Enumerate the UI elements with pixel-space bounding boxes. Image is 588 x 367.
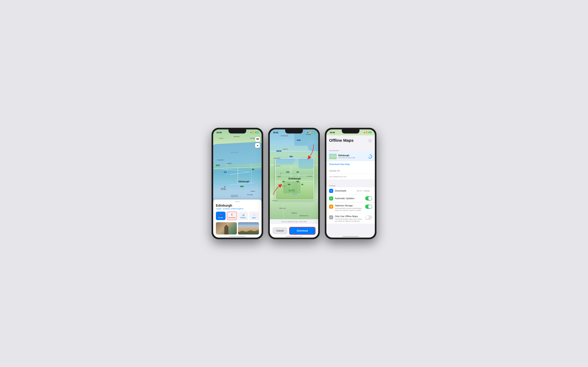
thumb-road-v <box>333 154 333 159</box>
kinross-label: Kinross <box>219 138 223 139</box>
optimise-label: Optimise Storage <box>335 204 365 207</box>
offline-content[interactable]: Downloaded Edinburgh 49.5 MB of 182.9 MB <box>326 149 375 238</box>
auto-updates-toggle[interactable] <box>365 196 372 200</box>
edinburgh-main-label: Edinburgh <box>238 180 249 183</box>
offline-only-toggle[interactable] <box>365 215 372 219</box>
photo-2[interactable] <box>238 222 259 234</box>
road-m90 <box>221 169 248 172</box>
drag-handle <box>235 201 240 202</box>
road-v2 <box>227 162 227 176</box>
map-item-size: 49.5 MB of 182.9 MB <box>338 157 368 159</box>
flyover-icon: 📊 <box>242 213 245 216</box>
location-button-1[interactable]: ➤ <box>255 143 260 148</box>
download-bar: Cancel Download <box>270 224 318 238</box>
wifi-icon-3: 📶 <box>366 132 368 133</box>
road-v1 <box>238 167 238 184</box>
dunfermline-label: Dunfermline <box>217 159 224 161</box>
downloads-label-container: Downloads <box>335 190 357 192</box>
settings-section-header: Settings <box>326 184 375 187</box>
download-button-2[interactable]: Download <box>289 227 316 235</box>
airport-label-inner: EdinburghAirport <box>277 176 281 177</box>
muss-label: Musselburgh <box>307 176 312 177</box>
status-icons-2: ▲ 📶 100 <box>307 132 315 133</box>
notch-1 <box>229 129 246 133</box>
selection-rectangle[interactable]: Pentland HillsRegional Park ✈ EdinburghA… <box>275 158 314 200</box>
offline-only-sub: Use downloaded maps even when you have a… <box>335 218 365 222</box>
kirkcaldy-label: Kirkcaldy <box>250 138 255 139</box>
home-indicator-2[interactable] <box>286 236 302 237</box>
map-background-2[interactable]: A921 A823(M) M90 A8002 A100 A702 A7 Cowd… <box>270 129 318 224</box>
home-indicator-1[interactable] <box>229 236 246 237</box>
aberdour-label: Aberdour <box>227 163 232 164</box>
user-location-dot <box>294 194 296 196</box>
phone-3-screen: 15:02 ▲ 📶 100 Offline Maps × Downloaded <box>326 129 375 238</box>
close-button[interactable]: × <box>368 139 372 143</box>
downloaded-section-header: Downloaded <box>326 149 375 152</box>
place-panel: Edinburgh Capital · Scotland, United Kin… <box>213 200 262 238</box>
notch-3 <box>342 129 359 133</box>
download-new-map-row[interactable]: Download New Map <box>326 161 375 167</box>
cancel-button[interactable]: Cancel <box>272 227 287 234</box>
map-type-button[interactable]: 🗺 <box>255 137 260 142</box>
pentland-green <box>283 181 300 193</box>
bonnyrigg-label: Bonnyrigg <box>247 194 253 195</box>
update-all-row[interactable]: Update All <box>326 167 375 174</box>
download-button-1[interactable]: ⬇ Download <box>227 212 237 220</box>
pentland-label-inner: Pentland HillsRegional Park <box>286 189 297 191</box>
dalkeith-label: Dalkeith <box>251 191 255 192</box>
status-icons-3: ▲ 📶 100 <box>363 132 372 133</box>
directions-button[interactable]: 🚗 37 min <box>216 212 225 220</box>
more-label: More <box>252 217 256 218</box>
optimise-sub: Automatically remove downloaded maps you… <box>335 207 365 211</box>
refresh-icon: ↻ <box>330 197 332 200</box>
home-indicator-3[interactable] <box>342 236 359 237</box>
map-thumb-inner <box>329 154 337 159</box>
tower-shape <box>224 226 228 234</box>
badge-a921: A921 <box>297 140 300 141</box>
offline-only-text-container: Only Use Offline Maps Use downloaded map… <box>335 215 365 222</box>
offline-only-label: Only Use Offline Maps <box>335 215 365 218</box>
downloads-label: Downloads <box>335 190 357 192</box>
hill-silhouette <box>238 229 259 234</box>
time-2: 15:02 <box>273 131 278 133</box>
toggle-knob-offline <box>365 216 369 219</box>
optimise-toggle[interactable] <box>365 205 372 209</box>
road-badge-a9000: A9000 <box>216 165 220 166</box>
edinburgh-map-item[interactable]: Edinburgh 49.5 MB of 182.9 MB ⏸ <box>326 152 375 161</box>
inner-road-h1 <box>276 175 314 175</box>
more-button[interactable]: ··· More <box>249 212 259 220</box>
offline-header: Offline Maps × <box>326 135 375 144</box>
section-gap-1 <box>326 179 375 184</box>
time-3: 15:02 <box>330 131 335 133</box>
map-background-1[interactable]: ✈ EdinburghAirport(EDI) Pentland HillsRe… <box>213 129 262 206</box>
settings-row-optimise[interactable]: 🗜 Optimise Storage Automatically remove … <box>326 202 375 213</box>
flyover-button[interactable]: 📊 Flyover <box>238 212 248 220</box>
phone-3: 15:02 ▲ 📶 100 Offline Maps × Downloaded <box>325 128 376 239</box>
wifi-cellular-value: Wi-Fi + Cellular <box>357 190 370 192</box>
download-new-map-label: Download New Map <box>329 163 350 166</box>
battery-2: 100 <box>312 132 315 133</box>
map-item-name: Edinburgh <box>338 154 368 157</box>
place-name: Edinburgh <box>216 204 259 208</box>
badge-a7-inner: A7 <box>302 184 303 185</box>
firth-of-forth <box>213 142 262 166</box>
settings-row-auto-updates[interactable]: ↻ Automatic Updates <box>326 195 375 202</box>
badge-a100-inner: A100 <box>297 172 299 173</box>
road-v3-2 <box>283 204 284 220</box>
settings-row-offline-only[interactable]: ☁ Only Use Offline Maps Use downloaded m… <box>326 213 375 224</box>
road-a68 <box>213 176 262 179</box>
photo-1[interactable] <box>216 222 237 234</box>
auto-updates-icon: ↻ <box>329 196 333 200</box>
settings-row-downloads[interactable]: ⬇ Downloads Wi-Fi + Cellular › <box>326 187 375 195</box>
phone-2: 15:02 ▲ 📶 100 A921 A823(M) M90 <box>268 128 320 239</box>
offline-title: Offline Maps <box>329 138 354 142</box>
map-item-info: Edinburgh 49.5 MB of 182.9 MB <box>338 154 368 159</box>
car-icon: 🚗 <box>219 213 222 216</box>
last-updated-text: Last updated just now. <box>329 176 347 178</box>
pentland-hills-label: Pentland HillsRegional Park <box>231 195 238 197</box>
location-icon-2: ▲ <box>307 132 308 133</box>
action-buttons-row: 🚗 37 min ⬇ Download 📊 Flyover ··· More <box>216 212 259 220</box>
toggle-knob-optimise <box>368 205 372 209</box>
last-updated-container: Last updated just now. <box>326 174 375 179</box>
location-icon-3: ▲ <box>363 132 365 133</box>
